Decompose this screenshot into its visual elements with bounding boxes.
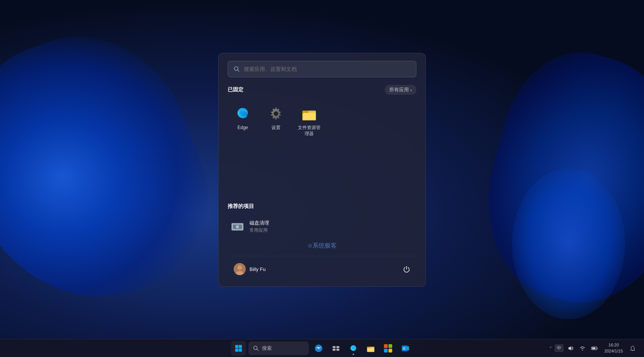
fileexplorer-icon bbox=[301, 105, 317, 122]
taskbar-edge-icon bbox=[349, 344, 358, 353]
ime-button[interactable]: 中 bbox=[555, 344, 564, 352]
taskbar-search[interactable]: 搜索 bbox=[248, 342, 309, 355]
username: Billy Fu bbox=[250, 266, 266, 272]
svg-line-21 bbox=[257, 349, 258, 351]
svg-rect-24 bbox=[333, 346, 336, 348]
taskbar: 搜索 bbox=[0, 339, 644, 357]
taskview-icon bbox=[332, 344, 340, 352]
svg-rect-26 bbox=[333, 349, 336, 351]
diskcleaner-name: 磁盘清理 bbox=[250, 220, 269, 226]
search-icon bbox=[233, 66, 240, 72]
app-item-fileexplorer[interactable]: 文件资源管理器 bbox=[294, 101, 324, 140]
settings-label: 设置 bbox=[271, 125, 280, 131]
svg-rect-32 bbox=[384, 344, 388, 348]
volume-icon[interactable] bbox=[565, 343, 576, 354]
app-item-edge[interactable]: Edge bbox=[228, 101, 258, 140]
start-search-input[interactable] bbox=[244, 66, 411, 72]
watermark: ⊙系统极客 bbox=[228, 237, 416, 253]
wallpaper-swirl-right2 bbox=[512, 168, 625, 319]
notification-icon[interactable] bbox=[627, 343, 638, 354]
start-menu-spacer bbox=[228, 148, 416, 202]
clock-date: 2024/1/15 bbox=[604, 348, 623, 354]
svg-point-14 bbox=[237, 265, 242, 270]
network-icon[interactable] bbox=[577, 343, 588, 354]
fileexplorer-label: 文件资源管理器 bbox=[296, 125, 322, 137]
avatar bbox=[234, 263, 246, 275]
taskbar-store[interactable] bbox=[381, 341, 396, 356]
all-apps-button[interactable]: 所有应用 › bbox=[385, 85, 416, 95]
power-icon bbox=[403, 265, 410, 273]
svg-line-1 bbox=[237, 70, 239, 71]
taskbar-tray: ^ 中 bbox=[548, 342, 638, 355]
clock-area[interactable]: 16:20 2024/1/15 bbox=[601, 342, 626, 355]
clock-time: 16:20 bbox=[609, 342, 619, 348]
recommended-header: 推荐的项目 bbox=[228, 203, 416, 210]
battery-icon[interactable] bbox=[589, 343, 600, 354]
taskbar-start-button[interactable] bbox=[231, 341, 246, 356]
pinned-title: 已固定 bbox=[228, 86, 243, 93]
wallpaper-swirl-left bbox=[0, 7, 235, 333]
diskcleaner-text: 磁盘清理 常用应用 bbox=[250, 220, 269, 234]
taskbar-outlook[interactable]: O bbox=[398, 341, 413, 356]
fileexplorer-icon-wrapper bbox=[300, 105, 318, 123]
svg-rect-25 bbox=[336, 346, 339, 348]
pinned-section-header: 已固定 所有应用 › bbox=[228, 85, 416, 95]
edge-icon bbox=[234, 105, 251, 122]
svg-rect-7 bbox=[303, 113, 315, 120]
svg-rect-35 bbox=[388, 349, 392, 352]
start-search-bar[interactable] bbox=[228, 61, 416, 77]
taskbar-search-label: 搜索 bbox=[262, 345, 272, 352]
svg-rect-27 bbox=[336, 349, 339, 351]
svg-rect-31 bbox=[367, 348, 374, 351]
recommended-title: 推荐的项目 bbox=[228, 203, 254, 210]
svg-rect-34 bbox=[384, 349, 388, 352]
settings-icon bbox=[268, 105, 284, 122]
svg-point-3 bbox=[274, 111, 278, 116]
pinned-apps-grid: Edge 设置 bbox=[228, 101, 416, 140]
taskbar-fileexplorer-icon bbox=[366, 344, 375, 353]
diskcleaner-icon bbox=[231, 220, 244, 234]
svg-rect-43 bbox=[597, 348, 598, 349]
svg-rect-18 bbox=[235, 348, 239, 352]
svg-point-12 bbox=[237, 226, 238, 227]
windows-logo-icon bbox=[235, 345, 242, 352]
desktop: 已固定 所有应用 › bbox=[0, 0, 644, 357]
taskbar-taskview[interactable] bbox=[328, 341, 344, 356]
svg-rect-39 bbox=[407, 346, 409, 350]
tray-expand-button[interactable]: ^ bbox=[548, 345, 553, 352]
svg-rect-17 bbox=[239, 345, 242, 348]
taskbar-fileexplorer[interactable] bbox=[363, 341, 378, 356]
start-menu: 已固定 所有应用 › bbox=[218, 53, 426, 287]
svg-marker-40 bbox=[569, 346, 571, 351]
user-info[interactable]: Billy Fu bbox=[231, 261, 269, 277]
power-button[interactable] bbox=[400, 262, 413, 276]
svg-point-23 bbox=[318, 348, 319, 349]
recommended-section: 推荐的项目 磁盘清理 常用应用 bbox=[228, 203, 416, 237]
outlook-icon: O bbox=[401, 344, 410, 353]
recommended-item-diskcleaner[interactable]: 磁盘清理 常用应用 bbox=[228, 216, 416, 237]
svg-rect-19 bbox=[239, 348, 242, 352]
edge-label: Edge bbox=[237, 125, 248, 131]
edge-icon-wrapper bbox=[234, 105, 252, 123]
user-bar: Billy Fu bbox=[228, 256, 416, 279]
svg-text:O: O bbox=[402, 347, 405, 351]
taskbar-search-icon bbox=[253, 345, 259, 351]
store-icon bbox=[384, 344, 393, 353]
svg-rect-33 bbox=[388, 344, 392, 348]
settings-icon-wrapper bbox=[267, 105, 285, 123]
diskcleaner-subtitle: 常用应用 bbox=[250, 227, 269, 234]
taskbar-widgets[interactable] bbox=[311, 341, 326, 356]
app-item-settings[interactable]: 设置 bbox=[261, 101, 291, 140]
taskbar-edge[interactable] bbox=[346, 341, 361, 356]
widgets-icon bbox=[314, 344, 323, 352]
svg-rect-16 bbox=[235, 345, 239, 348]
taskbar-center: 搜索 bbox=[231, 341, 413, 356]
svg-rect-42 bbox=[592, 347, 596, 349]
